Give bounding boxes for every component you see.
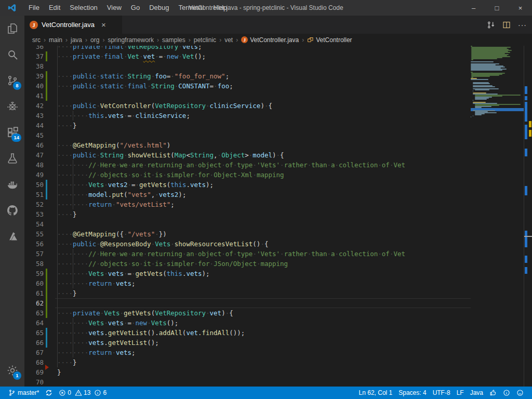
title-bar: FileEditSelectionViewGoDebugTerminalHelp… xyxy=(0,0,532,16)
menu-view[interactable]: View xyxy=(102,0,126,16)
activitybar-docker[interactable] xyxy=(0,171,24,197)
activitybar-github[interactable] xyxy=(0,197,24,223)
breadcrumb-item-org[interactable]: org xyxy=(90,36,99,44)
close-icon[interactable]: × xyxy=(101,20,106,29)
statusbar-eol[interactable]: LF xyxy=(454,387,467,399)
statusbar-language-mode[interactable]: Java xyxy=(467,387,486,399)
menu-selection[interactable]: Selection xyxy=(65,0,102,16)
code-line[interactable]: 67········return·vets; xyxy=(24,348,532,357)
menu-file[interactable]: File xyxy=(24,0,44,16)
breadcrumb-item-springframework[interactable]: springframework xyxy=(108,36,154,44)
menu-debug[interactable]: Debug xyxy=(144,0,174,16)
code-line[interactable]: 57········//·Here·we·are·returning·an·ob… xyxy=(24,249,532,259)
code-line[interactable]: 61····} xyxy=(24,288,532,298)
gutter-added-indicator xyxy=(46,269,47,278)
code-line[interactable]: 40····public·static·final·String·CONSTAN… xyxy=(24,81,532,91)
code-line[interactable]: 54 xyxy=(24,219,532,229)
minimap[interactable] xyxy=(471,46,524,387)
menu-help[interactable]: Help xyxy=(209,0,232,16)
code-line[interactable]: 64········Vets·vets·=·new·Vets(); xyxy=(24,318,532,328)
breadcrumb-item-petclinic[interactable]: petclinic xyxy=(194,36,216,44)
code-line[interactable]: 62 xyxy=(24,298,532,308)
statusbar-indentation[interactable]: Spaces: 4 xyxy=(395,387,429,399)
code-line[interactable]: 63····private·Vets·getVets(VetRepository… xyxy=(24,308,532,318)
code-line[interactable]: 36····private·final·VetRepository·vets; xyxy=(24,46,532,51)
code-editor[interactable]: 36····private·final·VetRepository·vets;3… xyxy=(24,46,532,387)
minimap-line xyxy=(473,115,473,116)
menu-terminal[interactable]: Terminal xyxy=(174,0,208,16)
gutter-added-indicator xyxy=(46,51,47,61)
activitybar-search[interactable] xyxy=(0,42,24,68)
code-line[interactable]: 44····} xyxy=(24,121,532,130)
statusbar-notifications[interactable] xyxy=(500,387,513,399)
code-line[interactable]: 51········model.put("vets",·vets2); xyxy=(24,190,532,200)
maximize-button[interactable]: □ xyxy=(485,0,509,16)
code-line[interactable]: 38 xyxy=(24,61,532,71)
breadcrumb-item-main[interactable]: main xyxy=(49,36,62,44)
more-actions-button[interactable]: ··· xyxy=(518,21,527,29)
activitybar-explorer[interactable] xyxy=(0,16,24,42)
activitybar-test[interactable] xyxy=(0,145,24,171)
menu-go[interactable]: Go xyxy=(126,0,144,16)
open-changes-icon[interactable] xyxy=(487,21,495,29)
overview-modified-mark xyxy=(525,96,527,100)
code-line[interactable]: 69} xyxy=(24,367,532,377)
code-line[interactable]: 47····public·String·showVetList(Map<Stri… xyxy=(24,150,532,160)
minimize-button[interactable]: – xyxy=(462,0,485,16)
code-line[interactable]: 52········return·"vets/vetList"; xyxy=(24,200,532,209)
code-line[interactable]: 66········vets.getVetList(); xyxy=(24,338,532,348)
code-line[interactable]: 70 xyxy=(24,377,532,387)
indentation-label: Spaces: 4 xyxy=(398,389,426,396)
split-editor-icon[interactable] xyxy=(502,21,511,29)
statusbar-feedback[interactable] xyxy=(513,387,527,399)
close-button[interactable]: × xyxy=(509,0,532,16)
code-line[interactable]: 43········this.vets·=·clinicService; xyxy=(24,111,532,121)
breadcrumb-item-src[interactable]: src xyxy=(32,36,41,44)
activitybar-settings[interactable]: 1 xyxy=(0,357,24,383)
code-line[interactable]: 60········return·vets; xyxy=(24,278,532,288)
gutter-added-indicator xyxy=(46,71,47,81)
breadcrumb-item-vet[interactable]: vet xyxy=(224,36,233,44)
code-line[interactable]: 55····@GetMapping({·"/vets"·}) xyxy=(24,229,532,239)
statusbar-branch-status[interactable]: master* xyxy=(5,387,42,399)
activitybar-azure[interactable] xyxy=(0,223,24,249)
minimap-line xyxy=(471,59,473,60)
code-line[interactable]: 50········Vets·vets2·=·getVets(this.vets… xyxy=(24,180,532,190)
breadcrumb-item-vetcontroller[interactable]: VetController xyxy=(307,36,352,44)
code-line[interactable]: 37····private·final·Vet·vet·=·new·Vet(); xyxy=(24,51,532,61)
code-line[interactable]: 39····public·static·String·foo=·"foo_for… xyxy=(24,71,532,81)
code-line[interactable]: 41 xyxy=(24,91,532,101)
overview-modified-mark xyxy=(525,149,527,156)
warning-icon xyxy=(75,389,82,396)
statusbar-java-status[interactable] xyxy=(486,387,500,399)
statusbar-problems[interactable]: 0136 xyxy=(56,387,112,399)
activitybar-source-control[interactable]: 8 xyxy=(0,68,24,94)
code-line[interactable]: 59········Vets·vets·=·getVets(this.vets)… xyxy=(24,269,532,278)
code-line[interactable]: 48········//·Here·we·are·returning·an·ob… xyxy=(24,160,532,170)
files-icon xyxy=(6,22,19,35)
code-line[interactable]: 65········vets.getVetList().addAll(vet.f… xyxy=(24,328,532,338)
code-text: ········return·vets; xyxy=(57,278,136,288)
statusbar-sync-button[interactable] xyxy=(42,387,56,399)
breadcrumb-item-java[interactable]: java xyxy=(71,36,82,44)
statusbar-cursor-position[interactable]: Ln 62, Col 1 xyxy=(356,387,396,399)
breadcrumb-label: VetController xyxy=(316,36,352,44)
menu-edit[interactable]: Edit xyxy=(44,0,65,16)
gutter-added-indicator xyxy=(46,278,47,288)
tab-vetcontroller[interactable]: J VetController.java × xyxy=(24,16,122,34)
code-line[interactable]: 45 xyxy=(24,130,532,140)
breadcrumb-item-vetcontroller-java[interactable]: JVetController.java xyxy=(241,36,299,44)
code-line[interactable]: 53····} xyxy=(24,209,532,219)
activitybar-extensions[interactable]: 14 xyxy=(0,119,24,145)
code-line[interactable]: 46····@GetMapping("/vets.html") xyxy=(24,140,532,150)
activitybar-run-and-debug[interactable] xyxy=(0,94,24,119)
minimap-line xyxy=(471,61,494,62)
code-line[interactable]: 58········//·objects·so·it·is·simpler·fo… xyxy=(24,259,532,269)
code-line[interactable]: 56····public·@ResponseBody·Vets·showReso… xyxy=(24,239,532,249)
statusbar-encoding[interactable]: UTF-8 xyxy=(430,387,454,399)
breadcrumb-item-samples[interactable]: samples xyxy=(162,36,185,44)
code-line[interactable]: 49········//·objects·so·it·is·simpler·fo… xyxy=(24,170,532,180)
code-line[interactable]: 68····} xyxy=(24,357,532,367)
scrollbar[interactable] xyxy=(524,46,532,387)
code-line[interactable]: 42····public·VetController(VetRepository… xyxy=(24,101,532,111)
